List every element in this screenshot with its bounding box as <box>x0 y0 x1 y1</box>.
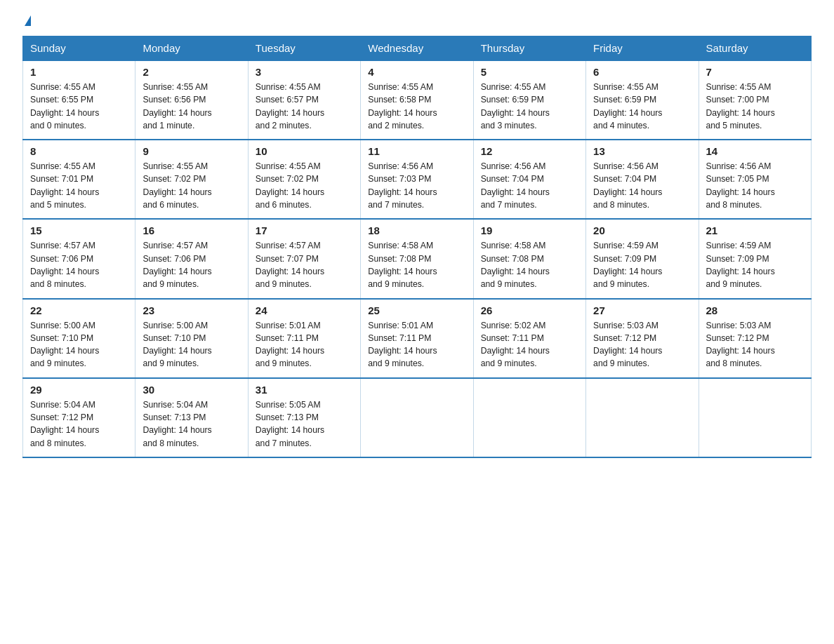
calendar-header-saturday: Saturday <box>699 36 811 61</box>
day-info: Sunrise: 4:55 AMSunset: 7:02 PMDaylight:… <box>256 160 353 211</box>
calendar-cell: 6Sunrise: 4:55 AMSunset: 6:59 PMDaylight… <box>586 60 699 140</box>
day-info: Sunrise: 5:03 AMSunset: 7:12 PMDaylight:… <box>593 319 691 370</box>
day-info: Sunrise: 5:03 AMSunset: 7:12 PMDaylight:… <box>706 319 804 370</box>
calendar-week-row: 29Sunrise: 5:04 AMSunset: 7:12 PMDayligh… <box>23 378 812 457</box>
day-number: 5 <box>481 66 578 78</box>
day-info: Sunrise: 4:57 AMSunset: 7:06 PMDaylight:… <box>30 239 128 290</box>
calendar-cell: 10Sunrise: 4:55 AMSunset: 7:02 PMDayligh… <box>248 140 360 219</box>
day-number: 28 <box>706 304 804 316</box>
day-info: Sunrise: 4:57 AMSunset: 7:07 PMDaylight:… <box>256 239 353 290</box>
calendar-cell: 12Sunrise: 4:56 AMSunset: 7:04 PMDayligh… <box>473 140 585 219</box>
day-number: 22 <box>30 304 128 316</box>
calendar-week-row: 22Sunrise: 5:00 AMSunset: 7:10 PMDayligh… <box>23 299 812 378</box>
day-number: 4 <box>368 66 465 78</box>
logo <box>22 17 31 27</box>
calendar-header-friday: Friday <box>586 36 699 61</box>
day-number: 24 <box>256 304 353 316</box>
calendar-cell: 14Sunrise: 4:56 AMSunset: 7:05 PMDayligh… <box>699 140 811 219</box>
day-info: Sunrise: 4:55 AMSunset: 6:56 PMDaylight:… <box>143 81 240 132</box>
day-info: Sunrise: 4:55 AMSunset: 7:00 PMDaylight:… <box>706 81 804 132</box>
day-info: Sunrise: 4:58 AMSunset: 7:08 PMDaylight:… <box>368 239 465 290</box>
day-number: 17 <box>256 224 353 236</box>
calendar-cell: 1Sunrise: 4:55 AMSunset: 6:55 PMDaylight… <box>23 60 135 140</box>
calendar-cell <box>586 378 699 457</box>
calendar-cell: 3Sunrise: 4:55 AMSunset: 6:57 PMDaylight… <box>248 60 360 140</box>
day-number: 11 <box>368 145 465 157</box>
calendar-cell: 17Sunrise: 4:57 AMSunset: 7:07 PMDayligh… <box>248 219 360 298</box>
day-number: 25 <box>368 304 465 316</box>
day-info: Sunrise: 5:01 AMSunset: 7:11 PMDaylight:… <box>256 319 353 370</box>
calendar-cell: 24Sunrise: 5:01 AMSunset: 7:11 PMDayligh… <box>248 299 360 378</box>
day-number: 26 <box>481 304 578 316</box>
logo-triangle-icon <box>25 15 31 26</box>
day-number: 9 <box>143 145 240 157</box>
calendar-cell: 31Sunrise: 5:05 AMSunset: 7:13 PMDayligh… <box>248 378 360 457</box>
day-info: Sunrise: 5:04 AMSunset: 7:13 PMDaylight:… <box>143 398 240 450</box>
page-header <box>22 17 812 27</box>
day-info: Sunrise: 5:04 AMSunset: 7:12 PMDaylight:… <box>30 398 128 450</box>
calendar-week-row: 1Sunrise: 4:55 AMSunset: 6:55 PMDaylight… <box>23 60 812 140</box>
day-number: 12 <box>481 145 578 157</box>
day-number: 3 <box>256 66 353 78</box>
day-number: 2 <box>143 66 240 78</box>
day-number: 21 <box>706 224 804 236</box>
day-number: 20 <box>593 224 691 236</box>
day-info: Sunrise: 4:59 AMSunset: 7:09 PMDaylight:… <box>593 239 691 290</box>
calendar-cell: 9Sunrise: 4:55 AMSunset: 7:02 PMDaylight… <box>135 140 248 219</box>
calendar-cell: 23Sunrise: 5:00 AMSunset: 7:10 PMDayligh… <box>135 299 248 378</box>
day-info: Sunrise: 4:58 AMSunset: 7:08 PMDaylight:… <box>481 239 578 290</box>
calendar-table: SundayMondayTuesdayWednesdayThursdayFrid… <box>22 36 812 458</box>
calendar-week-row: 8Sunrise: 4:55 AMSunset: 7:01 PMDaylight… <box>23 140 812 219</box>
calendar-cell: 2Sunrise: 4:55 AMSunset: 6:56 PMDaylight… <box>135 60 248 140</box>
calendar-cell: 11Sunrise: 4:56 AMSunset: 7:03 PMDayligh… <box>361 140 473 219</box>
calendar-cell: 27Sunrise: 5:03 AMSunset: 7:12 PMDayligh… <box>586 299 699 378</box>
calendar-cell: 16Sunrise: 4:57 AMSunset: 7:06 PMDayligh… <box>135 219 248 298</box>
day-number: 1 <box>30 66 128 78</box>
calendar-cell: 4Sunrise: 4:55 AMSunset: 6:58 PMDaylight… <box>361 60 473 140</box>
day-number: 8 <box>30 145 128 157</box>
day-info: Sunrise: 4:56 AMSunset: 7:04 PMDaylight:… <box>593 160 691 211</box>
day-number: 31 <box>256 384 353 396</box>
calendar-header-tuesday: Tuesday <box>248 36 360 61</box>
day-info: Sunrise: 4:56 AMSunset: 7:03 PMDaylight:… <box>368 160 465 211</box>
day-number: 18 <box>368 224 465 236</box>
day-number: 19 <box>481 224 578 236</box>
day-number: 10 <box>256 145 353 157</box>
calendar-cell <box>699 378 811 457</box>
day-info: Sunrise: 4:55 AMSunset: 6:55 PMDaylight:… <box>30 81 128 132</box>
calendar-cell: 21Sunrise: 4:59 AMSunset: 7:09 PMDayligh… <box>699 219 811 298</box>
calendar-cell: 18Sunrise: 4:58 AMSunset: 7:08 PMDayligh… <box>361 219 473 298</box>
calendar-cell: 15Sunrise: 4:57 AMSunset: 7:06 PMDayligh… <box>23 219 135 298</box>
calendar-cell: 19Sunrise: 4:58 AMSunset: 7:08 PMDayligh… <box>473 219 585 298</box>
day-info: Sunrise: 4:55 AMSunset: 6:57 PMDaylight:… <box>256 81 353 132</box>
calendar-cell: 25Sunrise: 5:01 AMSunset: 7:11 PMDayligh… <box>361 299 473 378</box>
calendar-week-row: 15Sunrise: 4:57 AMSunset: 7:06 PMDayligh… <box>23 219 812 298</box>
day-info: Sunrise: 4:57 AMSunset: 7:06 PMDaylight:… <box>143 239 240 290</box>
calendar-cell: 28Sunrise: 5:03 AMSunset: 7:12 PMDayligh… <box>699 299 811 378</box>
calendar-header-wednesday: Wednesday <box>361 36 473 61</box>
day-info: Sunrise: 5:00 AMSunset: 7:10 PMDaylight:… <box>143 319 240 370</box>
calendar-cell <box>361 378 473 457</box>
day-info: Sunrise: 4:55 AMSunset: 7:02 PMDaylight:… <box>143 160 240 211</box>
day-info: Sunrise: 4:56 AMSunset: 7:04 PMDaylight:… <box>481 160 578 211</box>
day-info: Sunrise: 4:55 AMSunset: 6:59 PMDaylight:… <box>593 81 691 132</box>
day-number: 6 <box>593 66 691 78</box>
day-info: Sunrise: 5:00 AMSunset: 7:10 PMDaylight:… <box>30 319 128 370</box>
calendar-header-thursday: Thursday <box>473 36 585 61</box>
calendar-header-row: SundayMondayTuesdayWednesdayThursdayFrid… <box>23 36 812 61</box>
day-number: 16 <box>143 224 240 236</box>
day-number: 7 <box>706 66 804 78</box>
calendar-cell: 30Sunrise: 5:04 AMSunset: 7:13 PMDayligh… <box>135 378 248 457</box>
calendar-cell: 29Sunrise: 5:04 AMSunset: 7:12 PMDayligh… <box>23 378 135 457</box>
calendar-cell: 5Sunrise: 4:55 AMSunset: 6:59 PMDaylight… <box>473 60 585 140</box>
day-info: Sunrise: 5:05 AMSunset: 7:13 PMDaylight:… <box>256 398 353 450</box>
day-info: Sunrise: 5:01 AMSunset: 7:11 PMDaylight:… <box>368 319 465 370</box>
calendar-cell: 7Sunrise: 4:55 AMSunset: 7:00 PMDaylight… <box>699 60 811 140</box>
day-number: 14 <box>706 145 804 157</box>
day-number: 30 <box>143 384 240 396</box>
day-number: 29 <box>30 384 128 396</box>
day-number: 27 <box>593 304 691 316</box>
day-info: Sunrise: 5:02 AMSunset: 7:11 PMDaylight:… <box>481 319 578 370</box>
calendar-cell: 22Sunrise: 5:00 AMSunset: 7:10 PMDayligh… <box>23 299 135 378</box>
calendar-header-sunday: Sunday <box>23 36 135 61</box>
